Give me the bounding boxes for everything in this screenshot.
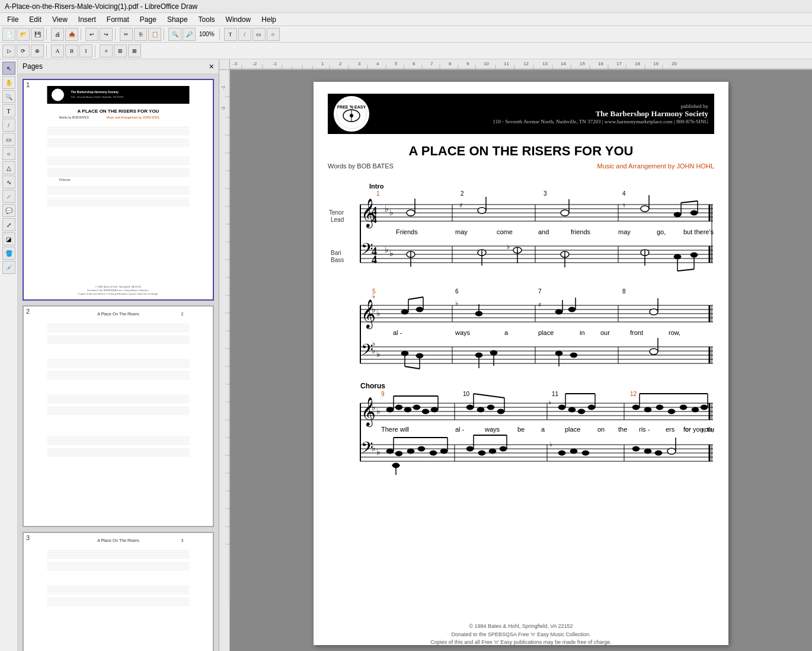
svg-point-265 <box>690 253 698 257</box>
svg-text:5: 5 <box>395 61 398 66</box>
menu-tools[interactable]: Tools <box>194 14 220 25</box>
svg-text:al -: al - <box>455 426 465 433</box>
svg-point-440 <box>655 451 662 455</box>
shadow-tool[interactable]: ◪ <box>2 232 15 245</box>
svg-text:Words by BOB BATES: Words by BOB BATES <box>59 116 89 119</box>
toolbar-sep-3 <box>115 28 117 40</box>
redo-button[interactable]: ↪ <box>100 28 113 41</box>
svg-text:-1: -1 <box>273 61 277 66</box>
poly-tool[interactable]: △ <box>2 161 15 174</box>
new-button[interactable]: 📄 <box>2 28 15 41</box>
transform-tool[interactable]: ⤢ <box>2 218 15 231</box>
svg-text:for you, there will: for you, there will <box>683 426 714 433</box>
text-tool[interactable]: T <box>2 104 15 117</box>
menu-page[interactable]: Page <box>135 14 161 25</box>
svg-point-358 <box>386 407 394 412</box>
zoom-tool[interactable]: 🔍 <box>2 90 15 103</box>
tb2-btn-9[interactable]: ⊠ <box>128 44 141 58</box>
tb2-btn-7[interactable]: ≡ <box>100 44 113 58</box>
page-thumb-3[interactable]: 3 A Place On The Risers 3 <box>23 532 214 651</box>
svg-point-382 <box>632 405 640 410</box>
svg-point-361 <box>413 405 420 410</box>
menu-window[interactable]: Window <box>221 14 256 25</box>
pages-scroll-area[interactable]: 1 The Barbershop Harmony Society 110 - S… <box>18 74 219 651</box>
svg-point-222 <box>641 206 649 212</box>
fill-tool[interactable]: 🪣 <box>2 247 15 260</box>
svg-point-422 <box>430 451 437 455</box>
doc-area: -3 -2 -1 1 2 3 4 5 <box>219 59 812 651</box>
svg-text:♭: ♭ <box>389 208 394 217</box>
ruler-corner <box>219 59 230 70</box>
export-button[interactable]: 📤 <box>65 28 78 41</box>
svg-point-439 <box>644 449 651 454</box>
connector-tool[interactable]: ⟋ <box>2 190 15 203</box>
menu-file[interactable]: File <box>2 14 23 25</box>
print-button[interactable]: 🖨 <box>51 28 64 41</box>
curve-tool[interactable]: ∿ <box>2 175 15 189</box>
svg-text:-2: -2 <box>252 61 257 66</box>
doc-scroll-area[interactable]: FREE 'N EASY published by The Barbershop… <box>230 70 812 651</box>
svg-text:♭: ♭ <box>455 299 458 307</box>
page-2-content: A Place On The Risers 2 <box>24 307 213 526</box>
tb2-btn-5[interactable]: B <box>65 44 78 58</box>
svg-text:3: 3 <box>358 61 361 66</box>
svg-text:2: 2 <box>461 190 464 197</box>
menu-shape[interactable]: Shape <box>162 14 193 25</box>
copy-button[interactable]: ⎘ <box>134 28 147 41</box>
svg-text:17: 17 <box>616 61 622 66</box>
svg-text:in: in <box>580 329 585 336</box>
zoom-in-button[interactable]: 🔍 <box>168 28 181 41</box>
svg-text:go,: go, <box>657 228 666 235</box>
tb2-btn-4[interactable]: A <box>51 44 64 58</box>
undo-button[interactable]: ↩ <box>85 28 98 41</box>
text-button[interactable]: T <box>224 28 237 41</box>
svg-text:♭: ♭ <box>372 444 376 453</box>
svg-point-441 <box>667 448 676 454</box>
page-thumb-1[interactable]: 1 The Barbershop Harmony Society 110 - S… <box>23 79 214 301</box>
save-button[interactable]: 💾 <box>31 28 44 41</box>
callout-tool[interactable]: 💬 <box>2 204 15 217</box>
ellipse-button[interactable]: ○ <box>267 28 280 41</box>
tb2-btn-1[interactable]: ▷ <box>2 44 15 58</box>
sheet-header: FREE 'N EASY published by The Barbershop… <box>328 94 714 134</box>
tb2-btn-8[interactable]: ⊞ <box>114 44 127 58</box>
tb2-btn-6[interactable]: I <box>79 44 92 58</box>
ellipse-tool[interactable]: ○ <box>2 147 15 160</box>
svg-text:♭: ♭ <box>372 293 375 299</box>
toolbar-sep-2 <box>81 28 83 40</box>
pages-panel-header: Pages × <box>18 59 219 74</box>
zoom-out-button[interactable]: 🔎 <box>183 28 196 41</box>
svg-text:3: 3 <box>181 538 184 542</box>
menu-format[interactable]: Format <box>102 14 134 25</box>
svg-point-387 <box>692 407 699 412</box>
tb2-btn-2[interactable]: ⟳ <box>17 44 30 58</box>
svg-text:There will: There will <box>381 426 409 433</box>
eyedropper-tool[interactable]: 💉 <box>2 261 15 274</box>
paste-button[interactable]: 📋 <box>148 28 161 41</box>
rect-tool[interactable]: ▭ <box>2 133 15 146</box>
pages-panel-close[interactable]: × <box>209 62 214 71</box>
svg-text:and: and <box>538 228 549 235</box>
svg-point-301 <box>650 309 658 315</box>
menu-edit[interactable]: Edit <box>24 14 46 25</box>
svg-text:our: our <box>600 329 610 336</box>
open-button[interactable]: 📂 <box>17 28 30 41</box>
svg-point-375 <box>558 405 565 410</box>
tb2-btn-3[interactable]: ⊕ <box>31 44 44 58</box>
svg-point-290 <box>416 307 423 312</box>
line-button[interactable]: / <box>238 28 251 41</box>
svg-text:4: 4 <box>372 254 377 266</box>
page-thumb-2[interactable]: 2 A Place On The Risers 2 <box>23 305 214 527</box>
footer-line-1: © 1984 Bates & Hohl, Springfield, VA 221… <box>328 623 714 631</box>
pan-tool[interactable]: ✋ <box>2 76 15 89</box>
menu-view[interactable]: View <box>47 14 72 25</box>
menu-help[interactable]: Help <box>257 14 281 25</box>
cut-button[interactable]: ✂ <box>120 28 133 41</box>
svg-line-292 <box>408 297 423 299</box>
line-tool[interactable]: / <box>2 119 15 132</box>
rect-button[interactable]: ▭ <box>252 28 266 41</box>
svg-point-288 <box>401 309 408 314</box>
menu-insert[interactable]: Insert <box>73 14 101 25</box>
svg-text:Tenor: Tenor <box>329 209 344 216</box>
select-tool[interactable]: ↖ <box>2 62 15 75</box>
